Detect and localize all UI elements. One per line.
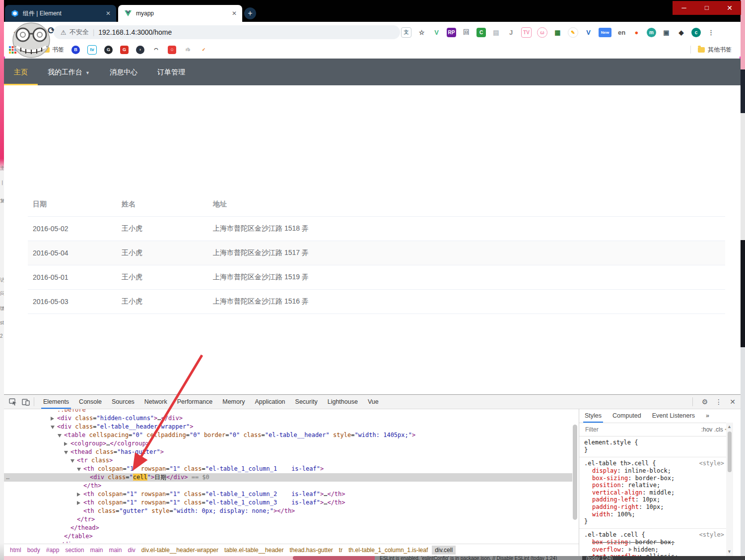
breadcrumb-item[interactable]: div.el-table__header-wrapper — [141, 547, 218, 554]
devtools-menu-icon[interactable]: ⋮ — [713, 398, 725, 406]
nav-item-订单管理[interactable]: 订单管理 — [147, 59, 195, 85]
pc-icon[interactable]: ▣ — [662, 28, 671, 37]
tab-close-icon[interactable]: ✕ — [230, 10, 238, 17]
css-property[interactable]: box-sizing: border-box; — [579, 475, 733, 482]
dom-node[interactable]: </thead> — [4, 524, 572, 532]
expand-arrow-right-icon[interactable] — [51, 417, 54, 421]
vue-devtools-icon[interactable]: V — [432, 28, 441, 37]
css-selector[interactable]: element.style { — [579, 439, 733, 446]
security-warning-icon[interactable]: ⚠ — [61, 29, 67, 36]
dom-node[interactable]: <colgroup>…</colgroup> — [4, 439, 572, 448]
pen-icon[interactable]: ✎ — [568, 27, 578, 38]
rabbit-bookmark[interactable]: rb — [184, 46, 192, 54]
sidebar-tab-event-listeners[interactable]: Event Listeners — [647, 409, 700, 423]
dom-tree-scrollbar[interactable] — [572, 410, 578, 543]
other-bookmarks[interactable]: 其他书签 — [690, 43, 732, 57]
pseudo-state-controls[interactable]: :hov .cls + — [701, 426, 728, 433]
breadcrumb-item[interactable]: th.el-table_1_column_1.is-leaf — [348, 547, 428, 554]
devtools-tab-memory[interactable]: Memory — [217, 395, 250, 409]
css-property[interactable]: width: 100%; — [579, 511, 733, 518]
nav-item-主页[interactable]: 主页 — [4, 59, 38, 85]
dom-node[interactable]: <div class="hidden-columns">…</div> — [4, 414, 572, 423]
dom-node[interactable]: <div class="el-table__header-wrapper"> — [4, 423, 572, 431]
dom-node[interactable]: <thead class="has-gutter"> — [4, 448, 572, 456]
dolphin-bookmark[interactable]: ◗ — [136, 46, 144, 54]
browser-tab-element[interactable]: 组件 | Element ✕ — [5, 5, 116, 22]
css-property[interactable]: position: relative; — [579, 482, 733, 489]
css-property[interactable]: padding-left: 10px; — [579, 496, 733, 503]
breadcrumb-item[interactable]: main — [90, 547, 103, 554]
devtools-tab-sources[interactable]: Sources — [107, 395, 139, 409]
board-icon[interactable]: ▦ — [553, 28, 562, 37]
styles-scrollbar[interactable]: ▲ ▼ — [726, 423, 733, 556]
minimize-button[interactable]: ─ — [673, 1, 695, 15]
clip-icon[interactable]: 回 — [462, 28, 471, 37]
bilibili-bookmark[interactable]: tv — [87, 45, 97, 55]
dom-node[interactable]: <th colspan="1" rowspan="1" class="el-ta… — [4, 490, 572, 498]
devtools-tab-lighthouse[interactable]: Lighthouse — [323, 395, 363, 409]
expand-arrow-down-icon[interactable] — [77, 468, 81, 471]
menu-dots-icon[interactable]: ⋮ — [706, 28, 716, 37]
expand-arrow-down-icon[interactable] — [64, 451, 68, 454]
breadcrumb-item[interactable]: main — [109, 547, 122, 554]
scroll-up-icon[interactable]: ▲ — [727, 424, 732, 429]
orange-ball-icon[interactable]: ● — [632, 28, 641, 37]
puzzle-icon[interactable]: ◆ — [677, 28, 686, 37]
dom-node[interactable]: <tr class> — [4, 456, 572, 465]
url-text[interactable]: 192.168.1.4:3000/home — [98, 28, 172, 36]
dom-node[interactable]: </table> — [4, 532, 572, 541]
expand-arrow-down-icon[interactable] — [70, 459, 74, 463]
breadcrumb-item[interactable]: tr — [339, 547, 342, 554]
m-teal-icon[interactable]: m — [647, 28, 656, 37]
devtools-tab-security[interactable]: Security — [290, 395, 323, 409]
device-toolbar-icon[interactable] — [22, 398, 30, 406]
expand-value-icon[interactable] — [629, 548, 632, 552]
breadcrumb-item[interactable]: html — [10, 547, 21, 554]
devtools-tab-elements[interactable]: Elements — [38, 395, 74, 409]
css-property[interactable]: box-sizing: border-box; — [579, 539, 733, 546]
table-row[interactable]: 2016-05-01王小虎上海市普陀区金沙江路 1519 弄 — [28, 265, 725, 290]
dom-node[interactable]: </div> — [4, 541, 572, 543]
github-bookmark[interactable]: G — [104, 46, 113, 54]
more-actions-icon[interactable]: … — [6, 473, 10, 482]
dom-node[interactable]: </tr> — [4, 515, 572, 524]
tv-pink-icon[interactable]: TV — [521, 27, 532, 38]
browser-tab-myapp[interactable]: myapp ✕ — [118, 5, 242, 22]
en-icon[interactable]: en — [617, 28, 626, 37]
profile-avatar[interactable]: c — [691, 28, 701, 37]
expand-arrow-right-icon[interactable] — [64, 442, 68, 446]
axure-rp-icon[interactable]: RP — [447, 28, 456, 37]
colorzilla-icon[interactable]: C — [476, 28, 486, 37]
bookmark-star-icon[interactable]: ☆ — [417, 28, 426, 37]
dom-node-selected[interactable]: …<div class="cell">日期</div> == $0 — [4, 473, 572, 482]
hat-bookmark[interactable]: ◠ — [152, 46, 160, 54]
scrollbar-thumb[interactable] — [728, 432, 732, 472]
dom-node[interactable]: <th class="gutter" style="width: 0px; di… — [4, 507, 572, 515]
cat-pink-icon[interactable]: ω — [537, 27, 547, 38]
devtools-tab-application[interactable]: Application — [250, 395, 290, 409]
close-button[interactable]: ✕ — [718, 1, 741, 15]
devtools-tab-performance[interactable]: Performance — [172, 395, 218, 409]
sidebar-tab-styles[interactable]: Styles — [579, 409, 607, 423]
expand-arrow-down-icon[interactable] — [51, 426, 55, 429]
maximize-button[interactable]: □ — [695, 1, 718, 15]
geek-bookmark[interactable]: G — [120, 46, 129, 54]
scroll-down-icon[interactable]: ▼ — [727, 549, 732, 554]
expand-arrow-right-icon[interactable] — [77, 501, 80, 505]
rule-origin-link[interactable]: <style> — [699, 531, 724, 538]
nav-item-消息中心[interactable]: 消息中心 — [100, 59, 147, 85]
page-icon[interactable]: ▤ — [491, 28, 501, 37]
dom-node[interactable]: <th colspan="1" rowspan="1" class="el-ta… — [4, 498, 572, 507]
inspect-element-icon[interactable] — [9, 398, 17, 406]
expand-arrow-right-icon[interactable] — [77, 493, 80, 497]
baidu-bookmark[interactable]: B — [71, 46, 80, 54]
new-badge-icon[interactable]: New — [599, 28, 611, 37]
breadcrumb-item[interactable]: table.el-table__header — [224, 547, 283, 554]
tab-close-icon[interactable]: ✕ — [104, 10, 112, 17]
rule-origin-link[interactable]: <style> — [699, 460, 724, 467]
scrollbar-thumb[interactable] — [573, 425, 577, 520]
breadcrumb-item[interactable]: div — [128, 547, 135, 554]
sidebar-tab-computed[interactable]: Computed — [607, 409, 647, 423]
dom-node[interactable]: ::before — [4, 409, 572, 414]
breadcrumb-item[interactable]: section — [65, 547, 84, 554]
